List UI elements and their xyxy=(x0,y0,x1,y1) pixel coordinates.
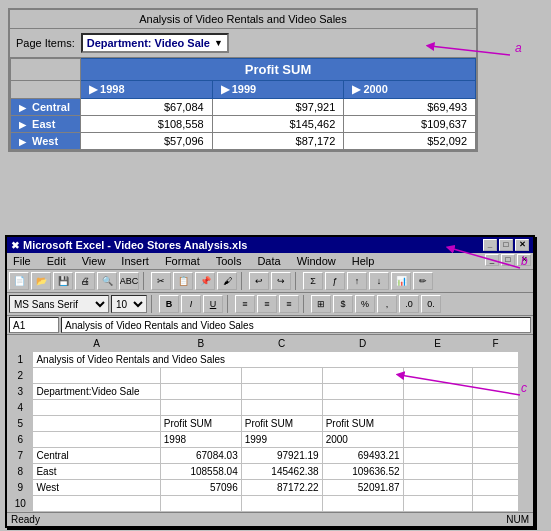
cell-b3[interactable] xyxy=(160,384,241,400)
cell-c5[interactable]: Profit SUM xyxy=(241,416,322,432)
cell-d8[interactable]: 109636.52 xyxy=(322,464,403,480)
cell-c8[interactable]: 145462.38 xyxy=(241,464,322,480)
cell-a4[interactable] xyxy=(33,400,160,416)
minimize-button[interactable]: _ xyxy=(483,239,497,251)
cell-a7[interactable]: Central xyxy=(33,448,160,464)
cell-f10[interactable] xyxy=(472,496,518,512)
menu-file[interactable]: File xyxy=(9,254,35,268)
dept-dropdown[interactable]: Department: Video Sale ▼ xyxy=(81,33,229,53)
cell-c2[interactable] xyxy=(241,368,322,384)
cell-a3[interactable]: Department:Video Sale xyxy=(33,384,160,400)
cell-d4[interactable] xyxy=(322,400,403,416)
cell-a6[interactable] xyxy=(33,432,160,448)
open-button[interactable]: 📂 xyxy=(31,272,51,290)
cell-e7[interactable] xyxy=(403,448,472,464)
cell-d6[interactable]: 2000 xyxy=(322,432,403,448)
print-button[interactable]: 🖨 xyxy=(75,272,95,290)
save-button[interactable]: 💾 xyxy=(53,272,73,290)
cell-b10[interactable] xyxy=(160,496,241,512)
copy-button[interactable]: 📋 xyxy=(173,272,193,290)
undo-button[interactable]: ↩ xyxy=(249,272,269,290)
align-center-button[interactable]: ≡ xyxy=(257,295,277,313)
cell-e8[interactable] xyxy=(403,464,472,480)
menu-help[interactable]: Help xyxy=(348,254,379,268)
cell-f7[interactable] xyxy=(472,448,518,464)
cell-b8[interactable]: 108558.04 xyxy=(160,464,241,480)
autosum-button[interactable]: Σ xyxy=(303,272,323,290)
cell-a2[interactable] xyxy=(33,368,160,384)
menu-format[interactable]: Format xyxy=(161,254,204,268)
cell-c4[interactable] xyxy=(241,400,322,416)
cell-b5[interactable]: Profit SUM xyxy=(160,416,241,432)
spell-check-button[interactable]: ABC xyxy=(119,272,139,290)
cell-b9[interactable]: 57096 xyxy=(160,480,241,496)
cell-d7[interactable]: 69493.21 xyxy=(322,448,403,464)
menu-insert[interactable]: Insert xyxy=(117,254,153,268)
cell-e5[interactable] xyxy=(403,416,472,432)
cell-a1[interactable]: Analysis of Video Rentals and Video Sale… xyxy=(33,352,519,368)
cell-d9[interactable]: 52091.87 xyxy=(322,480,403,496)
cell-b7[interactable]: 67084.03 xyxy=(160,448,241,464)
cell-d3[interactable] xyxy=(322,384,403,400)
menu-data[interactable]: Data xyxy=(253,254,284,268)
inner-close-button[interactable]: ✕ xyxy=(517,254,531,266)
italic-button[interactable]: I xyxy=(181,295,201,313)
redo-button[interactable]: ↪ xyxy=(271,272,291,290)
inner-minimize-button[interactable]: _ xyxy=(485,254,499,266)
cell-d5[interactable]: Profit SUM xyxy=(322,416,403,432)
cell-reference-box[interactable]: A1 xyxy=(9,317,59,333)
decrease-decimal-button[interactable]: 0. xyxy=(421,295,441,313)
chart-button[interactable]: 📊 xyxy=(391,272,411,290)
cell-e3[interactable] xyxy=(403,384,472,400)
cell-f9[interactable] xyxy=(472,480,518,496)
new-button[interactable]: 📄 xyxy=(9,272,29,290)
cell-b2[interactable] xyxy=(160,368,241,384)
font-size-select[interactable]: 10 xyxy=(111,295,147,313)
cell-e6[interactable] xyxy=(403,432,472,448)
cell-e2[interactable] xyxy=(403,368,472,384)
cell-c10[interactable] xyxy=(241,496,322,512)
cell-e9[interactable] xyxy=(403,480,472,496)
merge-center-button[interactable]: ⊞ xyxy=(311,295,331,313)
inner-maximize-button[interactable]: □ xyxy=(501,254,515,266)
bold-button[interactable]: B xyxy=(159,295,179,313)
cell-e4[interactable] xyxy=(403,400,472,416)
cell-f4[interactable] xyxy=(472,400,518,416)
menu-edit[interactable]: Edit xyxy=(43,254,70,268)
cell-c9[interactable]: 87172.22 xyxy=(241,480,322,496)
cut-button[interactable]: ✂ xyxy=(151,272,171,290)
align-right-button[interactable]: ≡ xyxy=(279,295,299,313)
drawing-button[interactable]: ✏ xyxy=(413,272,433,290)
function-button[interactable]: ƒ xyxy=(325,272,345,290)
print-preview-button[interactable]: 🔍 xyxy=(97,272,117,290)
comma-button[interactable]: , xyxy=(377,295,397,313)
cell-f8[interactable] xyxy=(472,464,518,480)
cell-a5[interactable] xyxy=(33,416,160,432)
paste-button[interactable]: 📌 xyxy=(195,272,215,290)
menu-tools[interactable]: Tools xyxy=(212,254,246,268)
cell-e10[interactable] xyxy=(403,496,472,512)
cell-f6[interactable] xyxy=(472,432,518,448)
cell-c3[interactable] xyxy=(241,384,322,400)
currency-button[interactable]: $ xyxy=(333,295,353,313)
underline-button[interactable]: U xyxy=(203,295,223,313)
menu-window[interactable]: Window xyxy=(293,254,340,268)
sort-asc-button[interactable]: ↑ xyxy=(347,272,367,290)
percent-button[interactable]: % xyxy=(355,295,375,313)
font-select[interactable]: MS Sans Serif xyxy=(9,295,109,313)
align-left-button[interactable]: ≡ xyxy=(235,295,255,313)
cell-c6[interactable]: 1999 xyxy=(241,432,322,448)
sort-desc-button[interactable]: ↓ xyxy=(369,272,389,290)
format-painter-button[interactable]: 🖌 xyxy=(217,272,237,290)
cell-d2[interactable] xyxy=(322,368,403,384)
cell-a10[interactable] xyxy=(33,496,160,512)
cell-f5[interactable] xyxy=(472,416,518,432)
formula-bar-content[interactable]: Analysis of Video Rentals and Video Sale… xyxy=(61,317,531,333)
increase-decimal-button[interactable]: .0 xyxy=(399,295,419,313)
cell-f2[interactable] xyxy=(472,368,518,384)
maximize-button[interactable]: □ xyxy=(499,239,513,251)
menu-view[interactable]: View xyxy=(78,254,110,268)
cell-a8[interactable]: East xyxy=(33,464,160,480)
cell-b4[interactable] xyxy=(160,400,241,416)
close-button[interactable]: ✕ xyxy=(515,239,529,251)
